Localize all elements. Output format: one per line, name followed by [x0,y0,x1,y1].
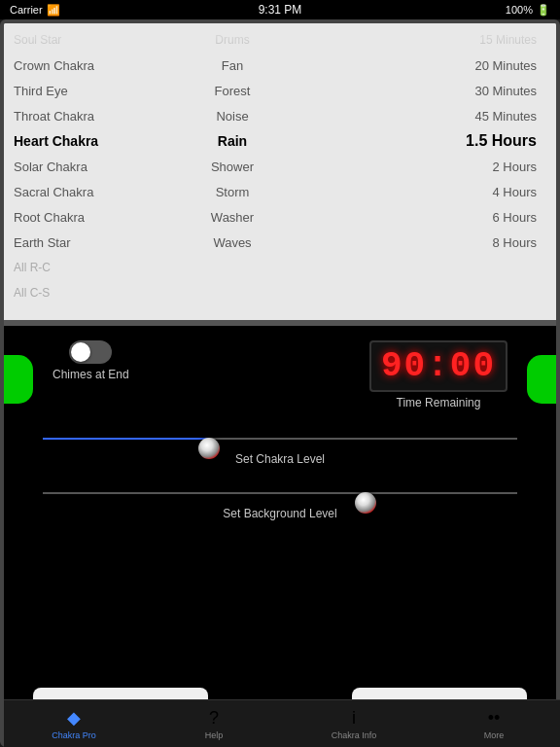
tab-bar: ◆ Chakra Pro ? Help i Chakra Info •• Mor… [4,699,560,747]
time-value: 8 Hours [296,235,546,250]
chakra-name: Soul Star [14,33,169,47]
list-item[interactable]: Solar Chakra Shower 2 Hours [4,154,556,179]
sound-name: Rain [169,133,296,149]
tab-icon: ◆ [67,707,81,729]
list-item[interactable]: Heart Chakra Rain 1.5 Hours [4,128,556,154]
time-value: 15 Minutes [296,33,546,47]
chakra-name: Heart Chakra [14,133,169,149]
list-item[interactable]: Root Chakra Washer 6 Hours [4,204,556,230]
chimes-toggle[interactable] [69,340,112,364]
wifi-icon: 📶 [47,4,60,17]
chakra-name: Throat Chakra [14,109,169,124]
slider-section: Set Chakra Level Set Background Level [4,414,556,543]
left-side-button[interactable] [4,355,33,404]
time-value: 4 Hours [296,185,546,199]
battery-icon: 🔋 [537,4,550,17]
timer-label: Time Remaining [397,396,481,409]
sound-name: Drums [169,33,296,47]
timer-display: 90:00 [369,340,508,392]
right-side-button[interactable] [527,355,556,404]
sound-name: Waves [169,235,296,250]
carrier-label: Carrier [10,4,43,16]
list-item[interactable]: Third Eye Forest 30 Minutes [4,78,556,103]
tab-help[interactable]: ? Help [144,708,284,740]
sound-name: Shower [169,160,296,174]
chakra-slider-thumb[interactable] [198,438,220,459]
background-slider-row: Set Background Level [43,483,517,520]
tab-label: Chakra Info [332,730,377,740]
status-right: 100% 🔋 [506,4,550,17]
app-container: Soul Star Drums 15 Minutes Crown Chakra … [0,19,560,747]
control-section: Chimes at End 90:00 Time Remaining Set C… [4,326,556,743]
time-value: 1.5 Hours [296,132,546,150]
tab-icon: i [352,708,356,729]
list-item[interactable]: All C-S [4,280,556,305]
toggle-knob [71,342,90,362]
chakra-list: Soul Star Drums 15 Minutes Crown Chakra … [4,23,556,309]
chakra-slider-empty [209,438,517,440]
tab-more[interactable]: •• More [424,708,560,740]
tab-label: Help [205,730,224,740]
time-value: 45 Minutes [296,109,546,124]
chimes-section: Chimes at End [52,340,129,381]
background-slider-label: Set Background Level [43,507,517,520]
chimes-label: Chimes at End [52,368,129,381]
background-slider-thumb[interactable] [355,492,376,514]
top-controls: Chimes at End 90:00 Time Remaining [4,336,556,414]
timer-section: 90:00 Time Remaining [369,340,508,409]
tab-icon: •• [488,708,501,729]
background-slider-track[interactable] [43,483,517,503]
chakra-name: Sacral Chakra [14,185,169,199]
chakra-name: Solar Chakra [14,160,169,174]
tab-label: More [484,730,505,740]
chakra-name: Root Chakra [14,210,169,225]
bg-slider-empty [366,492,517,494]
time-value: 30 Minutes [296,84,546,98]
time-value: 20 Minutes [296,58,546,73]
chakra-slider-track[interactable] [43,429,517,448]
tab-chakra-pro[interactable]: ◆ Chakra Pro [4,707,144,740]
list-item[interactable]: All R-C [4,255,556,280]
sound-name: Storm [169,185,296,199]
chakra-name: Third Eye [14,84,169,98]
chakra-name: All C-S [14,286,169,300]
list-section: Soul Star Drums 15 Minutes Crown Chakra … [4,23,556,320]
tab-chakra-info[interactable]: i Chakra Info [284,708,424,740]
chakra-name: Crown Chakra [14,58,169,73]
chakra-name: Earth Star [14,235,169,250]
sound-name: Fan [169,58,296,73]
time-value: 2 Hours [296,160,546,174]
time-value: 6 Hours [296,210,546,225]
chakra-name: All R-C [14,261,169,274]
chakra-slider-line [43,438,517,440]
list-item[interactable]: Sacral Chakra Storm 4 Hours [4,179,556,204]
status-bar: Carrier 📶 9:31 PM 100% 🔋 [0,0,560,19]
status-time: 9:31 PM [259,3,302,17]
sound-name: Noise [169,109,296,124]
sound-name: Forest [169,84,296,98]
sound-name: Washer [169,210,296,225]
chakra-slider-fill [43,438,209,440]
tab-icon: ? [209,708,219,729]
chakra-slider-row: Set Chakra Level [43,429,517,466]
list-item[interactable]: Soul Star Drums 15 Minutes [4,27,556,53]
chakra-slider-label: Set Chakra Level [43,452,517,466]
list-item[interactable]: Earth Star Waves 8 Hours [4,230,556,255]
list-item[interactable]: Throat Chakra Noise 45 Minutes [4,103,556,128]
list-item[interactable]: Crown Chakra Fan 20 Minutes [4,53,556,78]
bg-slider-fill [43,492,366,494]
status-left: Carrier 📶 [10,4,60,17]
battery-label: 100% [506,4,533,16]
tab-label: Chakra Pro [52,730,96,740]
background-slider-line [43,492,517,494]
